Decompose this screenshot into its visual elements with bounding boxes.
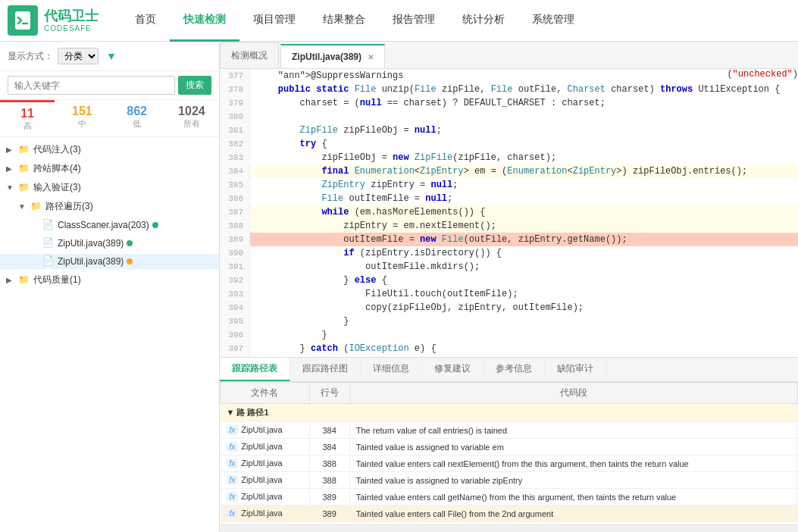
cell-code-3: Tainted value is assigned to variable zi… <box>349 472 797 489</box>
tree-node-label-5[interactable]: 📄 ZipUtil.java(389) <box>0 236 219 251</box>
cell-file-3: fxZipUtil.java <box>221 472 310 489</box>
fx-badge-4: fx <box>227 492 239 502</box>
search-bar: 搜索 <box>0 71 219 100</box>
tab-close-1[interactable]: ✕ <box>368 53 374 61</box>
code-view[interactable]: 377 "ann">@SuppressWarnings("unchecked")… <box>220 69 798 357</box>
line-code-394: copy(zipFileObj, zipEntry, outItemFile); <box>250 301 798 315</box>
nav-item-报告管理[interactable]: 报告管理 <box>379 0 449 42</box>
table-row-2: fxZipUtil.java 388 Tainted value enters … <box>221 455 798 472</box>
cell-line-2: 388 <box>309 455 349 472</box>
line-num-380: 380 <box>220 110 250 124</box>
line-num-391: 391 <box>220 260 250 274</box>
tree-icon-6: 📄 <box>42 255 55 268</box>
search-input[interactable] <box>8 76 175 95</box>
severity-bar: 11高151中862低1024所有 <box>0 100 219 137</box>
display-select[interactable]: 分类 <box>58 48 99 64</box>
nav-item-首页[interactable]: 首页 <box>121 0 170 42</box>
code-line-388: 388 zipEntry = em.nextElement(); <box>220 219 798 233</box>
cell-code-1: Tainted value is assigned to variable em <box>349 439 797 455</box>
severity-high[interactable]: 11高 <box>0 100 55 136</box>
tree-node-label-3[interactable]: ▼ 📁 路径遍历(3) <box>0 199 219 214</box>
table-header: 行号 <box>309 383 349 404</box>
line-num-378: 378 <box>220 83 250 96</box>
tree-node: ▼ 📁 输入验证(3) <box>0 178 219 197</box>
nav-item-系统管理[interactable]: 系统管理 <box>518 0 588 42</box>
search-button[interactable]: 搜索 <box>178 76 211 95</box>
content-area: 检测概况ZipUtil.java(389)✕ 377 "ann">@Suppre… <box>220 42 798 532</box>
logo-icon <box>8 5 38 36</box>
line-code-390: if (zipEntry.isDirectory()) { <box>250 246 798 260</box>
code-line-382: 382 try { <box>220 137 798 151</box>
tab-bar: 检测概况ZipUtil.java(389)✕ <box>220 42 798 69</box>
tree-node-text-6: ZipUtil.java(389) <box>58 256 124 267</box>
nav-item-统计分析[interactable]: 统计分析 <box>449 0 518 42</box>
severity-count-low: 862 <box>111 105 163 118</box>
path-header-row: ▼ 路 路径1 <box>221 404 798 422</box>
tree-node-text-1: 跨站脚本(4) <box>33 162 81 175</box>
code-line-379: 379 charset = (null == charset) ? DEFAUL… <box>220 96 798 110</box>
severity-med[interactable]: 151中 <box>55 100 109 136</box>
tree-icon-4: 📄 <box>42 219 55 231</box>
tree-node-label-4[interactable]: 📄 ClassScaner.java(203) <box>0 217 219 233</box>
tab-1[interactable]: ZipUtil.java(389)✕ <box>280 44 385 68</box>
tree-toggle-1: ▶ <box>6 164 17 173</box>
line-code-389: outItemFile = new File(outFile, zipEntry… <box>250 233 798 246</box>
cell-file-5: fxZipUtil.java <box>221 505 310 522</box>
severity-label-high: 高 <box>2 120 53 132</box>
line-code-378: public static File unzip(File zipFile, F… <box>250 83 798 96</box>
tree-node: 📄 ClassScaner.java(203) <box>0 216 219 234</box>
bottom-tab-2[interactable]: 详细信息 <box>361 358 422 381</box>
logo: 代码卫士 CODESAFE <box>8 5 99 36</box>
severity-count-high: 11 <box>2 107 53 120</box>
tree-node-label-7[interactable]: ▶ 📁 代码质量(1) <box>0 272 219 288</box>
tree-icon-0: 📁 <box>18 144 30 156</box>
severity-low[interactable]: 862低 <box>110 100 164 136</box>
tree-node-label-1[interactable]: ▶ 📁 跨站脚本(4) <box>0 161 219 177</box>
code-line-395: 395 } <box>220 315 798 328</box>
bottom-tab-5[interactable]: 缺陷审计 <box>545 358 606 381</box>
table-row-5: fxZipUtil.java 389 Tainted value enters … <box>221 505 798 522</box>
tree-toggle-7: ▶ <box>6 276 17 284</box>
cell-line-5: 389 <box>309 505 349 522</box>
line-code-385: ZipEntry zipEntry = null; <box>250 178 798 192</box>
code-line-390: 390 if (zipEntry.isDirectory()) { <box>220 246 798 260</box>
code-line-394: 394 copy(zipFileObj, zipEntry, outItemFi… <box>220 301 798 315</box>
nav-item-快速检测[interactable]: 快速检测 <box>170 0 239 42</box>
severity-label-all: 所有 <box>166 118 217 130</box>
severity-all[interactable]: 1024所有 <box>164 100 219 136</box>
table-row-1: fxZipUtil.java 384 Tainted value is assi… <box>221 439 798 455</box>
tree-node-label-2[interactable]: ▼ 📁 输入验证(3) <box>0 180 219 196</box>
line-code-393: FileUtil.touch(outItemFile); <box>250 287 798 301</box>
tree-icon-3: 📁 <box>30 201 42 213</box>
tree-node-text-2: 输入验证(3) <box>33 181 81 194</box>
tree-node: 📄 ZipUtil.java(389) <box>0 252 219 271</box>
header: 代码卫士 CODESAFE 首页快速检测项目管理结果整合报告管理统计分析系统管理 <box>0 0 798 42</box>
table-row-0: fxZipUtil.java 384 The return value of c… <box>221 422 798 439</box>
cell-code-4: Tainted value enters call getName() from… <box>349 489 797 505</box>
code-line-396: 396 } <box>220 328 798 342</box>
tree-node-label-6[interactable]: 📄 ZipUtil.java(389) <box>0 254 219 269</box>
cell-line-1: 384 <box>309 439 349 455</box>
tree-node-label-0[interactable]: ▶ 📁 代码注入(3) <box>0 142 219 158</box>
code-line-392: 392 } else { <box>220 274 798 287</box>
bottom-tab-4[interactable]: 参考信息 <box>483 358 545 381</box>
tab-0[interactable]: 检测概况 <box>220 42 279 68</box>
tree-icon-2: 📁 <box>18 182 30 194</box>
tree-node-text-4: ClassScaner.java(203) <box>58 220 149 230</box>
line-num-390: 390 <box>220 246 250 260</box>
nav-item-项目管理[interactable]: 项目管理 <box>239 0 309 42</box>
line-num-389: 389 <box>220 233 250 246</box>
filter-button[interactable]: ▼ <box>103 48 120 64</box>
bottom-tab-3[interactable]: 修复建议 <box>422 358 483 381</box>
code-line-384: 384 final Enumeration<ZipEntry> em = (En… <box>220 164 798 178</box>
bottom-tab-1[interactable]: 跟踪路径图 <box>290 358 361 381</box>
tree-node-text-0: 代码注入(3) <box>33 143 81 156</box>
logo-text: 代码卫士 CODESAFE <box>44 8 99 33</box>
fx-badge-3: fx <box>227 475 239 485</box>
table-container[interactable]: 文件名行号代码段 ▼ 路 路径1 fxZipUtil.java 384 The … <box>220 382 798 524</box>
file-tree: ▶ 📁 代码注入(3) ▶ 📁 跨站脚本(4) ▼ 📁 输入验证(3) ▼ 📁 … <box>0 137 219 532</box>
table-header: 文件名 <box>221 383 310 404</box>
nav-item-结果整合[interactable]: 结果整合 <box>309 0 379 42</box>
cell-file-1: fxZipUtil.java <box>221 439 310 455</box>
bottom-tab-0[interactable]: 跟踪路径表 <box>220 358 290 381</box>
